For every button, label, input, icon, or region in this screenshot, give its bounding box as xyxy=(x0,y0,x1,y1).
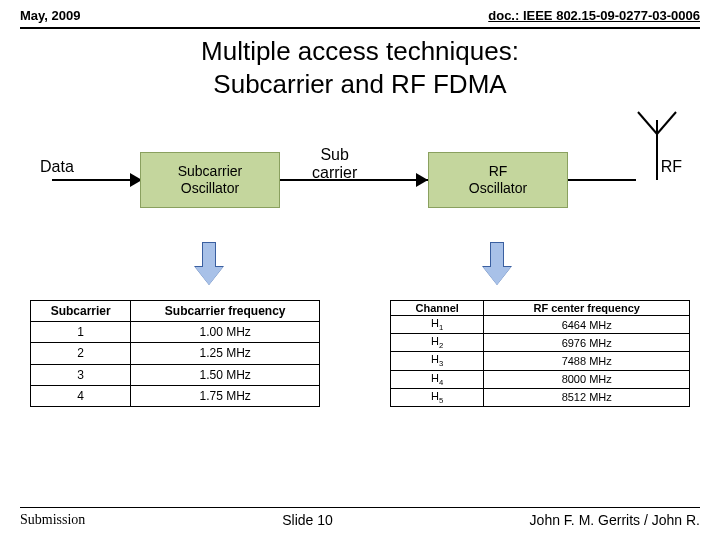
cell: 1.25 MHz xyxy=(131,343,320,364)
cell-text: H xyxy=(431,335,439,347)
cell: H5 xyxy=(391,388,484,406)
down-arrow-icon xyxy=(483,242,511,286)
table-row: H48000 MHz xyxy=(391,370,690,388)
block-rf-oscillator: RF Oscillator xyxy=(428,152,568,208)
subcarrier-table: Subcarrier Subcarrier frequency 11.00 MH… xyxy=(30,300,320,407)
cell: 6464 MHz xyxy=(484,316,690,334)
table-row: 11.00 MHz xyxy=(31,322,320,343)
cell: 4 xyxy=(31,385,131,406)
title-line2: Subcarrier and RF FDMA xyxy=(213,69,506,99)
cell: 1.00 MHz xyxy=(131,322,320,343)
block-text: Oscillator xyxy=(469,180,527,197)
cell-sub: 1 xyxy=(439,323,443,332)
table-row: H37488 MHz xyxy=(391,352,690,370)
cell-sub: 4 xyxy=(439,378,443,387)
table-row: H58512 MHz xyxy=(391,388,690,406)
table-row: 41.75 MHz xyxy=(31,385,320,406)
block-subcarrier-oscillator: Subcarrier Oscillator xyxy=(140,152,280,208)
cell: 8512 MHz xyxy=(484,388,690,406)
cell: H3 xyxy=(391,352,484,370)
footer-left: Submission xyxy=(20,512,85,528)
label-subcarrier: Sub carrier xyxy=(312,146,357,182)
signal-diagram: Data Sub carrier RF Subcarrier Oscillato… xyxy=(20,110,700,300)
cell-text: H xyxy=(431,353,439,365)
cell: H4 xyxy=(391,370,484,388)
footer-rule xyxy=(20,507,700,508)
cell: 7488 MHz xyxy=(484,352,690,370)
cell: H2 xyxy=(391,334,484,352)
svg-line-0 xyxy=(638,112,657,134)
cell-text: H xyxy=(431,372,439,384)
svg-line-1 xyxy=(657,112,676,134)
footer-mid: Slide 10 xyxy=(282,512,333,528)
rf-channel-table: Channel RF center frequency H16464 MHz H… xyxy=(390,300,690,407)
down-arrow-icon xyxy=(195,242,223,286)
block-text: RF xyxy=(489,163,508,180)
header: May, 2009 doc.: IEEE 802.15-09-0277-03-0… xyxy=(0,0,720,27)
label-sub-l1: Sub xyxy=(320,146,348,163)
table-row: 21.25 MHz xyxy=(31,343,320,364)
cell: 1 xyxy=(31,322,131,343)
col-header: Subcarrier xyxy=(31,301,131,322)
cell: 3 xyxy=(31,364,131,385)
col-header: RF center frequency xyxy=(484,301,690,316)
table-row: H16464 MHz xyxy=(391,316,690,334)
wire xyxy=(52,179,140,181)
title-line1: Multiple access techniques: xyxy=(201,36,519,66)
cell-text: H xyxy=(431,317,439,329)
footer: Submission Slide 10 John F. M. Gerrits /… xyxy=(20,507,700,528)
cell-text: H xyxy=(431,390,439,402)
cell: 2 xyxy=(31,343,131,364)
cell: 1.75 MHz xyxy=(131,385,320,406)
header-date: May, 2009 xyxy=(20,8,80,23)
table-header-row: Channel RF center frequency xyxy=(391,301,690,316)
label-rf: RF xyxy=(661,158,682,176)
cell: 8000 MHz xyxy=(484,370,690,388)
tables-row: Subcarrier Subcarrier frequency 11.00 MH… xyxy=(0,300,720,407)
cell: H1 xyxy=(391,316,484,334)
cell: 6976 MHz xyxy=(484,334,690,352)
cell-sub: 5 xyxy=(439,396,443,405)
table-header-row: Subcarrier Subcarrier frequency xyxy=(31,301,320,322)
cell-sub: 2 xyxy=(439,341,443,350)
col-header: Channel xyxy=(391,301,484,316)
wire xyxy=(280,179,428,181)
page-title: Multiple access techniques: Subcarrier a… xyxy=(0,29,720,110)
table-row: 31.50 MHz xyxy=(31,364,320,385)
block-text: Subcarrier xyxy=(178,163,243,180)
cell-sub: 3 xyxy=(439,360,443,369)
footer-right: John F. M. Gerrits / John R. xyxy=(530,512,700,528)
label-data: Data xyxy=(40,158,74,176)
wire xyxy=(568,179,636,181)
block-text: Oscillator xyxy=(181,180,239,197)
arrow-icon xyxy=(416,173,428,187)
col-header: Subcarrier frequency xyxy=(131,301,320,322)
cell: 1.50 MHz xyxy=(131,364,320,385)
header-doc: doc.: IEEE 802.15-09-0277-03-0006 xyxy=(488,8,700,23)
table-row: H26976 MHz xyxy=(391,334,690,352)
